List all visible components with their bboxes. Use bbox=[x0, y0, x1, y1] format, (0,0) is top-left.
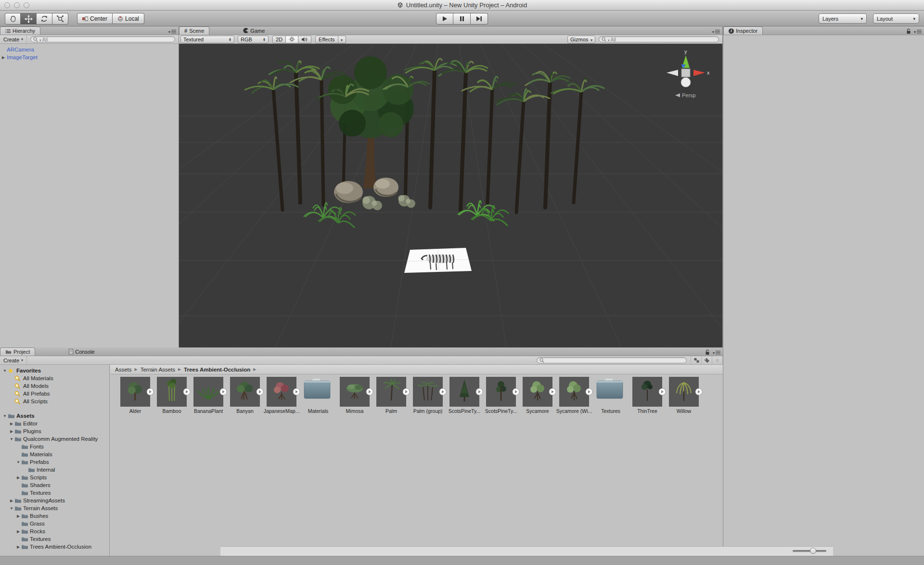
move-tool-button[interactable] bbox=[21, 13, 37, 25]
prefab-expand-badge[interactable] bbox=[146, 388, 154, 397]
prefab-expand-badge[interactable] bbox=[256, 388, 264, 397]
lock-icon[interactable] bbox=[705, 349, 710, 355]
zoom-window-button[interactable] bbox=[24, 2, 29, 8]
asset-item[interactable]: Sycamore bbox=[519, 377, 556, 414]
project-create-button[interactable]: Create bbox=[0, 356, 27, 364]
prefab-expand-badge[interactable] bbox=[549, 388, 556, 397]
expand-arrow-icon[interactable]: ▼ bbox=[2, 414, 8, 418]
lock-icon[interactable] bbox=[906, 28, 911, 34]
asset-thumbnail[interactable] bbox=[193, 377, 223, 407]
tree-item-folder[interactable]: ▶Scripts bbox=[0, 474, 109, 481]
effects-button[interactable]: Effects bbox=[315, 36, 338, 43]
tree-item-favorite-search[interactable]: All Models bbox=[0, 382, 109, 390]
expand-arrow-icon[interactable]: ▶ bbox=[15, 529, 21, 534]
tree-item-folder[interactable]: Materials bbox=[0, 450, 109, 458]
tree-item-folder[interactable]: ▶Trees Ambient-Occlusion bbox=[0, 543, 109, 551]
asset-thumbnail[interactable] bbox=[632, 377, 662, 407]
tree-item-folder[interactable]: ▼Qualcomm Augmented Reality bbox=[0, 435, 109, 443]
tab-console[interactable]: Console bbox=[64, 347, 99, 356]
asset-folder-icon[interactable] bbox=[303, 377, 333, 407]
asset-item[interactable]: Palm bbox=[373, 377, 410, 414]
menu-lines-icon[interactable] bbox=[716, 351, 720, 354]
prefab-expand-badge[interactable] bbox=[402, 388, 410, 397]
asset-item[interactable]: BananaPlant bbox=[190, 377, 227, 414]
tab-project[interactable]: Project bbox=[0, 347, 35, 356]
asset-folder-icon[interactable] bbox=[596, 377, 626, 407]
tree-item-folder[interactable]: Textures bbox=[0, 535, 109, 543]
scale-tool-button[interactable] bbox=[52, 13, 68, 25]
pivot-center-button[interactable]: Center bbox=[77, 13, 113, 24]
hierarchy-item[interactable]: ▶ImageTarget bbox=[0, 53, 179, 61]
hierarchy-panel-menu-button[interactable] bbox=[168, 28, 176, 34]
rotate-tool-button[interactable] bbox=[37, 13, 52, 25]
hierarchy-search[interactable] bbox=[30, 36, 175, 42]
hierarchy-create-button[interactable]: Create bbox=[0, 35, 27, 43]
asset-thumbnail[interactable] bbox=[230, 377, 260, 407]
hierarchy-search-input[interactable] bbox=[42, 37, 172, 42]
play-button[interactable] bbox=[436, 13, 453, 25]
expand-arrow-icon[interactable]: ▶ bbox=[15, 475, 21, 480]
expand-arrow-icon[interactable]: ▶ bbox=[9, 499, 14, 503]
tree-item-favorite-search[interactable]: All Materials bbox=[0, 374, 109, 382]
asset-thumbnail[interactable] bbox=[120, 377, 150, 407]
prefab-expand-badge[interactable] bbox=[219, 388, 227, 397]
expand-arrow-icon[interactable]: ▼ bbox=[9, 437, 14, 441]
tree-item-favorite-search[interactable]: All Prefabs bbox=[0, 390, 109, 398]
tree-item-folder[interactable]: Internal bbox=[0, 466, 109, 474]
asset-item[interactable]: Mimosa bbox=[336, 377, 373, 414]
expand-arrow-icon[interactable]: ▶ bbox=[0, 55, 7, 60]
tree-item-folder[interactable]: ▶StreamingAssets bbox=[0, 497, 109, 504]
asset-item[interactable]: ThinTree bbox=[629, 377, 666, 414]
asset-item[interactable]: Bamboo bbox=[154, 377, 190, 414]
prefab-expand-badge[interactable] bbox=[658, 388, 666, 397]
asset-item[interactable]: ScotsPineTy... bbox=[446, 377, 483, 414]
scene-viewport[interactable]: y x Persp bbox=[179, 44, 722, 347]
filter-by-label-button[interactable] bbox=[702, 356, 712, 364]
breadcrumb-item[interactable]: Assets bbox=[115, 367, 132, 372]
tree-item-folder[interactable]: Grass bbox=[0, 520, 109, 527]
breadcrumb-item[interactable]: Trees Ambient-Occlusion bbox=[184, 367, 250, 372]
gizmos-dropdown[interactable]: Gizmos bbox=[567, 36, 595, 43]
x-axis-cone[interactable] bbox=[693, 70, 705, 76]
prefab-expand-badge[interactable] bbox=[512, 388, 520, 397]
asset-item[interactable]: Banyan bbox=[227, 377, 263, 414]
negative-x-axis-cone[interactable] bbox=[667, 70, 678, 76]
tree-item-folder[interactable]: ▼Prefabs bbox=[0, 458, 109, 466]
asset-item[interactable]: Palm (group) bbox=[410, 377, 446, 414]
project-search-input[interactable] bbox=[546, 358, 684, 363]
prefab-expand-badge[interactable] bbox=[183, 388, 191, 397]
scene-orientation-gizmo[interactable]: y x Persp bbox=[657, 48, 715, 102]
filter-by-type-button[interactable] bbox=[691, 356, 702, 364]
prefab-expand-badge[interactable] bbox=[293, 388, 300, 397]
scene-panel-menu-button[interactable] bbox=[712, 28, 720, 34]
scene-search[interactable] bbox=[599, 36, 719, 42]
expand-arrow-icon[interactable]: ▼ bbox=[15, 460, 21, 464]
close-window-button[interactable] bbox=[4, 2, 10, 8]
tree-item-folder[interactable]: ▼Terrain Assets bbox=[0, 504, 109, 512]
asset-item[interactable]: ScotsPineTy... bbox=[483, 377, 519, 414]
tree-item-folder[interactable]: ▼Assets bbox=[0, 412, 109, 420]
expand-arrow-icon[interactable]: ▶ bbox=[9, 429, 14, 434]
scene-search-input[interactable] bbox=[611, 37, 716, 42]
render-channel-dropdown[interactable]: RGB▲▼ bbox=[238, 36, 269, 43]
tab-inspector[interactable]: Inspector bbox=[723, 26, 763, 35]
tree-item-favorites[interactable]: ▼★Favorites bbox=[0, 367, 109, 374]
menu-lines-icon[interactable] bbox=[917, 30, 922, 33]
prefab-expand-badge[interactable] bbox=[585, 388, 593, 397]
asset-thumbnail[interactable] bbox=[340, 377, 370, 407]
gizmo-persp-label[interactable]: Persp bbox=[682, 92, 696, 98]
asset-thumbnail[interactable] bbox=[157, 377, 187, 407]
asset-item[interactable]: Sycamore (Wi... bbox=[556, 377, 592, 414]
lighting-toggle-button[interactable] bbox=[286, 36, 298, 43]
tree-item-folder[interactable]: ▶Editor bbox=[0, 420, 109, 427]
zoom-slider-knob[interactable] bbox=[810, 548, 816, 554]
tab-scene[interactable]: Scene bbox=[179, 26, 209, 35]
tree-item-folder[interactable]: ▶Bushes bbox=[0, 512, 109, 520]
dropdown-arrow-icon[interactable] bbox=[914, 28, 916, 34]
effects-dropdown-arrow[interactable] bbox=[338, 36, 346, 43]
minimize-window-button[interactable] bbox=[14, 2, 20, 8]
asset-thumbnail[interactable] bbox=[449, 377, 479, 407]
prefab-expand-badge[interactable] bbox=[439, 388, 447, 397]
layout-dropdown[interactable]: Layout bbox=[873, 13, 919, 24]
prefab-expand-badge[interactable] bbox=[695, 388, 703, 397]
